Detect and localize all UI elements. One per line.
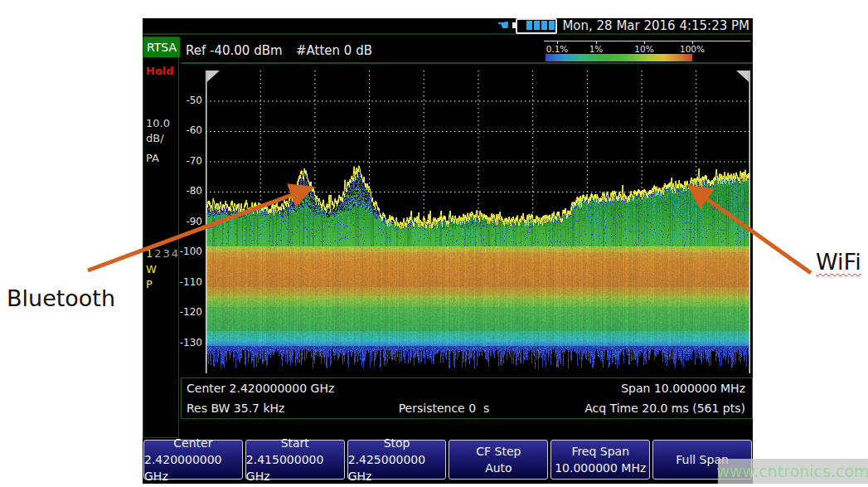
persistence-canvas bbox=[206, 71, 750, 373]
softkey-value: Auto bbox=[485, 460, 512, 476]
scale-unit: dB/ bbox=[146, 132, 164, 144]
softkey-cf-step[interactable]: CF StepAuto bbox=[449, 440, 548, 480]
y-tick-label: -60 bbox=[177, 124, 202, 136]
softkey-label: Start bbox=[281, 435, 309, 451]
colorbar-tick bbox=[557, 41, 558, 44]
wifi-callout-label: WiFi bbox=[816, 249, 861, 275]
colorbar-tick-label: 0.1% bbox=[546, 44, 569, 54]
colorbar-baseline bbox=[544, 41, 750, 41]
scale-value: 10.0 bbox=[146, 117, 170, 129]
y-tick-label: -90 bbox=[177, 216, 202, 227]
y-tick-label: -110 bbox=[177, 276, 202, 288]
span-readout: Span 10.000000 MHz bbox=[621, 382, 745, 395]
spectrum-plot bbox=[206, 71, 750, 373]
bluetooth-callout-label: Bluetooth bbox=[7, 285, 115, 311]
colorbar-tick bbox=[596, 41, 597, 44]
atten-label: #Atten 0 dB bbox=[296, 43, 372, 58]
softkey-row: Center2.420000000 GHzStart2.415000000 GH… bbox=[143, 438, 753, 481]
battery-icon bbox=[516, 18, 557, 34]
resbw-readout: Res BW 35.7 kHz bbox=[187, 402, 284, 415]
datetime-text: Mon, 28 Mar 2016 4:15:23 PM bbox=[562, 18, 749, 33]
trace-w-label: W bbox=[146, 263, 157, 275]
y-tick-label: -100 bbox=[177, 246, 202, 257]
measurement-header: Ref -40.00 dBm #Atten 0 dB 0.1%1%10%100% bbox=[181, 37, 753, 64]
analyzer-screen: ☚ Mon, 28 Mar 2016 4:15:23 PM RTSA Hold … bbox=[143, 18, 753, 484]
softkey-freq-span[interactable]: Freq Span10.000000 MHz bbox=[550, 440, 650, 480]
colorbar-tick-label: 10% bbox=[634, 44, 653, 54]
softkey-value: 2.425000000 GHz bbox=[348, 451, 446, 485]
colorbar-tick bbox=[644, 41, 645, 44]
colorbar-tick-label: 1% bbox=[589, 44, 604, 54]
softkey-label: Center bbox=[173, 435, 212, 451]
ref-level-label: Ref -40.00 dBm bbox=[186, 43, 283, 58]
watermark: www.cntronics.com bbox=[718, 459, 868, 484]
y-tick-label: -80 bbox=[177, 185, 202, 197]
density-colorbar: 0.1%1%10%100% bbox=[544, 41, 751, 62]
preamp-label: PA bbox=[146, 152, 159, 164]
softkey-start[interactable]: Start2.415000000 GHz bbox=[245, 440, 345, 480]
trace-p-label: P bbox=[146, 278, 153, 290]
watermark-text: www.cntronics.com bbox=[716, 462, 868, 480]
y-tick-label: -70 bbox=[177, 155, 202, 167]
settings-readout: Center 2.420000000 GHz Span 10.000000 MH… bbox=[181, 377, 753, 419]
colorbar-tick-label: 100% bbox=[680, 44, 705, 54]
softkey-value: 10.000000 MHz bbox=[555, 460, 646, 476]
y-tick-label: -130 bbox=[177, 337, 202, 348]
y-tick-label: -120 bbox=[177, 306, 202, 318]
mode-badge: RTSA bbox=[143, 37, 180, 57]
colorbar-tick bbox=[692, 41, 693, 44]
sweep-state-label: Hold bbox=[146, 65, 174, 77]
acq-time-readout: Acq Time 20.0 ms (561 pts) bbox=[584, 402, 745, 415]
center-freq-readout: Center 2.420000000 GHz bbox=[187, 382, 334, 395]
y-tick-label: -50 bbox=[177, 95, 202, 106]
softkey-stop[interactable]: Stop2.425000000 GHz bbox=[347, 440, 447, 480]
trace-numbers: 1234 bbox=[146, 247, 180, 260]
trace-inactive: 234 bbox=[154, 247, 180, 260]
softkey-label: Stop bbox=[384, 435, 410, 451]
touch-pointer-icon: ☚ bbox=[497, 18, 509, 32]
softkey-value: 2.420000000 GHz bbox=[144, 451, 242, 485]
softkey-label: Freq Span bbox=[571, 443, 629, 460]
page: ☚ Mon, 28 Mar 2016 4:15:23 PM RTSA Hold … bbox=[0, 0, 868, 487]
persistence-readout: Persistence 0 s bbox=[399, 402, 490, 415]
softkey-center[interactable]: Center2.420000000 GHz bbox=[143, 440, 243, 480]
title-bar: ☚ Mon, 28 Mar 2016 4:15:23 PM bbox=[143, 18, 753, 35]
colorbar-gradient bbox=[546, 54, 692, 61]
trace-active: 1 bbox=[146, 247, 154, 260]
softkey-value: 2.415000000 GHz bbox=[246, 451, 344, 485]
mode-sidebar: RTSA Hold 10.0 dB/ PA 1234 W P bbox=[143, 37, 179, 438]
softkey-label: CF Step bbox=[476, 443, 521, 460]
